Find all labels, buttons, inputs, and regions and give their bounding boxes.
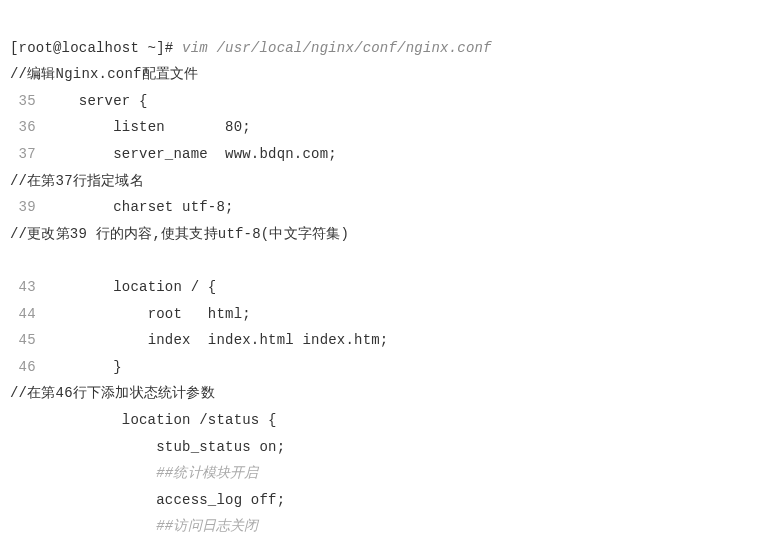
code-line: root html; bbox=[36, 306, 251, 322]
comment-charset: //更改第39 行的内容,使其支持utf-8(中文字符集) bbox=[10, 226, 349, 242]
line-number: 35 bbox=[10, 93, 36, 109]
code-line: charset utf-8; bbox=[36, 199, 234, 215]
line-number: 46 bbox=[10, 359, 36, 375]
code-line: server_name www.bdqn.com; bbox=[36, 146, 337, 162]
code-line: location / { bbox=[36, 279, 217, 295]
comment-stub-on: ##统计模块开启 bbox=[10, 465, 259, 481]
prompt-userhost: [root@localhost ~] bbox=[10, 40, 165, 56]
line-number: 45 bbox=[10, 332, 36, 348]
comment-status-params: //在第46行下添加状态统计参数 bbox=[10, 385, 215, 401]
code-line: location /status { bbox=[10, 412, 277, 428]
line-number: 43 bbox=[10, 279, 36, 295]
comment-domain: //在第37行指定域名 bbox=[10, 173, 144, 189]
code-line: } bbox=[36, 359, 122, 375]
code-block: [root@localhost ~]# vim /usr/local/nginx… bbox=[10, 8, 747, 536]
comment-log-off: ##访问日志关闭 bbox=[10, 518, 259, 534]
code-line: index index.html index.htm; bbox=[36, 332, 389, 348]
code-line: server { bbox=[36, 93, 148, 109]
vim-command: vim /usr/local/nginx/conf/nginx.conf bbox=[173, 40, 491, 56]
line-number: 36 bbox=[10, 119, 36, 135]
code-line: stub_status on; bbox=[10, 439, 285, 455]
line-number: 44 bbox=[10, 306, 36, 322]
code-line: listen 80; bbox=[36, 119, 251, 135]
comment-edit-config: //编辑Nginx.conf配置文件 bbox=[10, 66, 198, 82]
code-line: access_log off; bbox=[10, 492, 285, 508]
line-number: 39 bbox=[10, 199, 36, 215]
shell-prompt: [root@localhost ~]# bbox=[10, 40, 173, 56]
line-number: 37 bbox=[10, 146, 36, 162]
